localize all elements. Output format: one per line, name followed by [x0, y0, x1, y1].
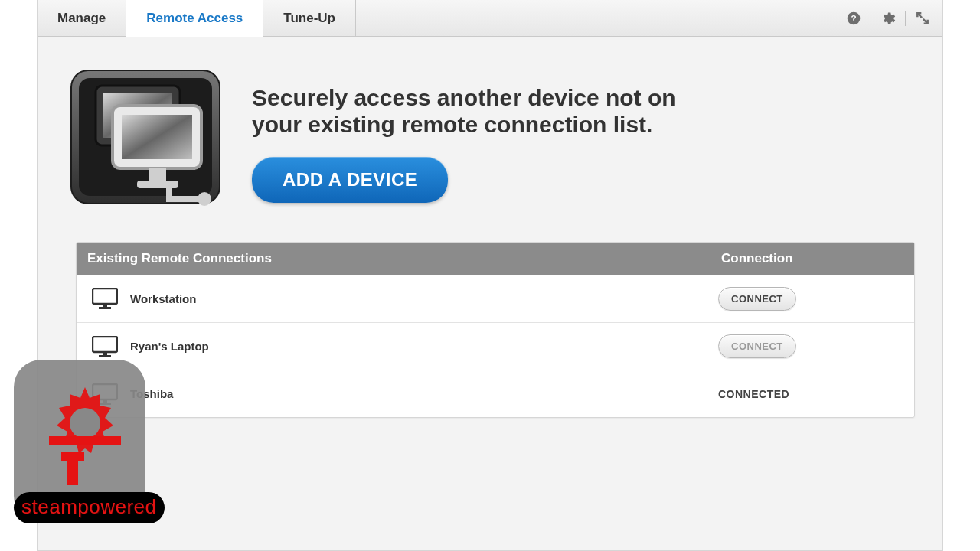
- svg-rect-13: [93, 289, 117, 304]
- remote-device-icon: [65, 64, 226, 211]
- watermark-label: steampowered: [14, 492, 165, 523]
- separator: [905, 11, 906, 26]
- connection-cell: CONNECTED: [718, 387, 914, 401]
- table-row: Toshiba CONNECTED: [77, 370, 914, 417]
- device-name: Workstation: [130, 292, 196, 305]
- device-cell: Workstation: [77, 288, 718, 309]
- fullscreen-icon[interactable]: [913, 9, 932, 28]
- tab-remote-access[interactable]: Remote Access: [126, 0, 263, 37]
- help-icon[interactable]: ?: [844, 9, 863, 28]
- table-row: Ryan's Laptop CONNECT: [77, 322, 914, 370]
- connection-cell: CONNECT: [718, 287, 914, 311]
- svg-point-22: [70, 408, 100, 439]
- column-name-header: Existing Remote Connections: [77, 251, 718, 266]
- svg-rect-16: [93, 337, 117, 352]
- connections-body: Workstation CONNECT Ryan's Laptop CONNEC…: [77, 275, 914, 417]
- tab-label: Tune-Up: [283, 11, 335, 26]
- svg-rect-15: [99, 307, 111, 309]
- gear-logo-icon: [35, 381, 135, 496]
- connection-cell: CONNECT: [718, 334, 914, 358]
- headline: Securely access another device not on yo…: [252, 84, 727, 139]
- tab-manage[interactable]: Manage: [38, 0, 126, 36]
- table-row: Workstation CONNECT: [77, 275, 914, 322]
- svg-rect-14: [103, 304, 107, 307]
- connections-panel: Existing Remote Connections Connection W…: [76, 242, 915, 418]
- device-cell: Ryan's Laptop: [77, 336, 718, 357]
- tab-bar: Manage Remote Access Tune-Up ?: [38, 0, 942, 37]
- connect-button[interactable]: CONNECT: [718, 287, 796, 311]
- svg-rect-11: [137, 181, 178, 188]
- hero-text: Securely access another device not on yo…: [252, 64, 727, 203]
- svg-rect-9: [122, 115, 192, 159]
- tab-tune-up[interactable]: Tune-Up: [263, 0, 356, 36]
- svg-rect-18: [99, 355, 111, 357]
- gear-icon[interactable]: [879, 9, 897, 28]
- device-cell: Toshiba: [77, 383, 718, 405]
- svg-rect-23: [49, 436, 121, 445]
- svg-rect-17: [103, 352, 107, 355]
- connections-header: Existing Remote Connections Connection: [77, 243, 914, 275]
- monitor-icon: [92, 288, 118, 309]
- connection-status: CONNECTED: [718, 388, 789, 400]
- hero: Securely access another device not on yo…: [38, 64, 942, 211]
- tab-actions: ?: [844, 0, 942, 36]
- tab-label: Remote Access: [146, 11, 243, 26]
- svg-text:?: ?: [851, 13, 856, 23]
- add-device-button[interactable]: ADD A DEVICE: [252, 157, 448, 203]
- app-window: Manage Remote Access Tune-Up ?: [37, 0, 943, 551]
- svg-point-12: [198, 192, 211, 206]
- svg-rect-10: [149, 168, 166, 181]
- column-connection-header: Connection: [718, 251, 914, 266]
- content: Securely access another device not on yo…: [38, 37, 942, 418]
- watermark: steampowered: [14, 360, 145, 523]
- device-name: Ryan's Laptop: [130, 340, 209, 353]
- separator: [871, 11, 871, 26]
- svg-rect-25: [61, 452, 84, 461]
- monitor-icon: [92, 336, 118, 357]
- connect-button[interactable]: CONNECT: [718, 334, 796, 358]
- tab-label: Manage: [57, 11, 106, 26]
